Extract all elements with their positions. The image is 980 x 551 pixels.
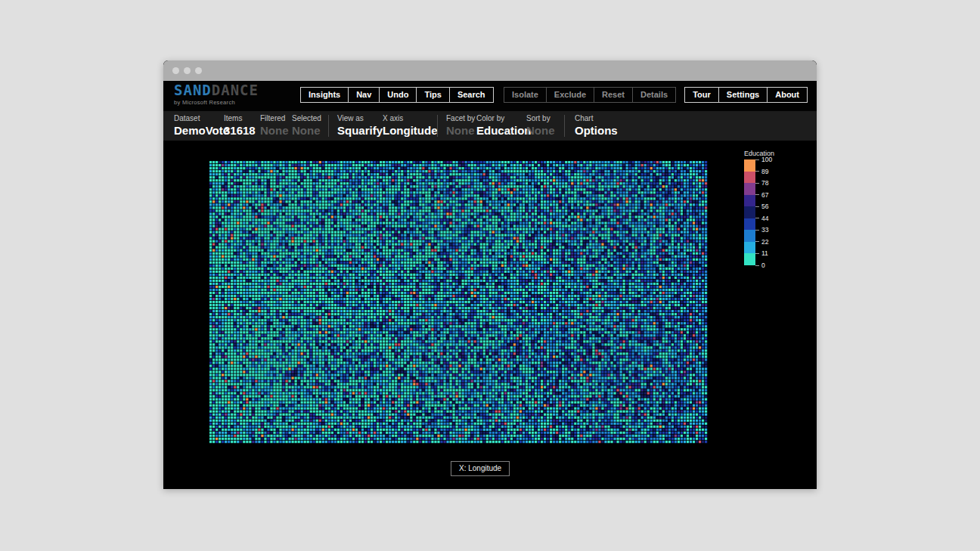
legend-band[interactable] bbox=[744, 242, 755, 254]
legend-tick: 56 bbox=[755, 203, 768, 210]
nav-button[interactable]: Nav bbox=[348, 87, 380, 103]
help-button-group: Tour Settings About bbox=[684, 87, 808, 103]
x-axis-label[interactable]: X: Longitude bbox=[451, 461, 510, 476]
legend-tick: 100 bbox=[755, 156, 772, 163]
tick-mark bbox=[755, 159, 759, 160]
window-control-dot[interactable] bbox=[172, 67, 179, 74]
legend-color-scale[interactable] bbox=[744, 159, 755, 265]
dataset-control[interactable]: Dataset DemoVote bbox=[174, 114, 229, 137]
tick-label: 56 bbox=[761, 203, 768, 210]
legend-tick: 33 bbox=[755, 226, 768, 234]
legend-tick: 89 bbox=[755, 168, 768, 175]
tick-mark bbox=[755, 218, 759, 218]
chart-area: Education 10089786756443322110 X: Longit… bbox=[163, 141, 817, 489]
logo-byline: by Microsoft Research bbox=[174, 100, 259, 106]
tick-label: 67 bbox=[761, 191, 768, 199]
tips-button[interactable]: Tips bbox=[416, 87, 449, 103]
tick-label: 22 bbox=[761, 238, 768, 246]
tick-mark bbox=[755, 230, 759, 231]
tick-label: 0 bbox=[761, 262, 765, 269]
chart-toolbar: Dataset DemoVote Items 31618 Filtered No… bbox=[163, 111, 817, 141]
legend-band[interactable] bbox=[744, 253, 755, 265]
selection-button-group: Isolate Exclude Reset Details bbox=[504, 87, 676, 103]
tick-mark bbox=[755, 241, 759, 242]
legend-band[interactable] bbox=[744, 159, 755, 172]
squarify-chart[interactable] bbox=[209, 161, 708, 444]
details-button[interactable]: Details bbox=[632, 87, 676, 103]
sort-by-control[interactable]: Sort by None bbox=[526, 114, 555, 137]
tick-mark bbox=[755, 183, 759, 184]
logo-dance-text: DANCE bbox=[212, 83, 259, 98]
color-by-control[interactable]: Color by Education bbox=[476, 114, 532, 137]
tour-button[interactable]: Tour bbox=[684, 87, 719, 103]
legend-tick: 22 bbox=[755, 238, 768, 246]
legend-band[interactable] bbox=[744, 195, 755, 207]
legend-tick: 11 bbox=[755, 249, 768, 257]
tick-mark bbox=[755, 206, 759, 207]
isolate-button[interactable]: Isolate bbox=[504, 87, 547, 103]
tick-mark bbox=[755, 171, 759, 172]
legend-band[interactable] bbox=[744, 172, 755, 184]
x-axis-control[interactable]: X axis Longitude bbox=[383, 114, 437, 137]
legend-tick: 44 bbox=[755, 215, 768, 222]
insights-button[interactable]: Insights bbox=[300, 87, 349, 103]
tick-label: 11 bbox=[761, 249, 768, 257]
tick-label: 44 bbox=[761, 215, 768, 222]
legend-tick: 0 bbox=[755, 262, 765, 269]
toolbar-separator bbox=[328, 115, 329, 137]
logo-sand-text: SAND bbox=[174, 83, 212, 98]
window-control-dot[interactable] bbox=[184, 67, 191, 74]
legend-band[interactable] bbox=[744, 206, 755, 218]
exclude-button[interactable]: Exclude bbox=[546, 87, 594, 103]
reset-button[interactable]: Reset bbox=[594, 87, 633, 103]
window-control-dot[interactable] bbox=[195, 67, 202, 74]
about-button[interactable]: About bbox=[767, 87, 808, 103]
nav-button-group: Insights Nav Undo Tips Search bbox=[300, 87, 494, 103]
tick-label: 78 bbox=[761, 179, 768, 187]
tick-label: 100 bbox=[761, 156, 772, 163]
legend-band[interactable] bbox=[744, 183, 755, 195]
toolbar-separator bbox=[437, 115, 438, 137]
selected-control[interactable]: Selected None bbox=[292, 114, 321, 137]
tick-label: 33 bbox=[761, 226, 768, 234]
tick-mark bbox=[755, 253, 759, 254]
chart-options-control[interactable]: Chart Options bbox=[575, 114, 618, 137]
tick-mark bbox=[755, 194, 759, 195]
legend-band[interactable] bbox=[744, 230, 755, 242]
color-legend: Education 10089786756443322110 bbox=[740, 150, 811, 265]
toolbar-separator bbox=[564, 115, 565, 137]
settings-button[interactable]: Settings bbox=[718, 87, 768, 103]
view-as-control[interactable]: View as Squarify bbox=[337, 114, 383, 137]
window-controls bbox=[172, 67, 202, 74]
window-titlebar[interactable] bbox=[163, 60, 817, 81]
legend-title: Education bbox=[744, 150, 811, 157]
legend-tick: 67 bbox=[755, 191, 768, 199]
search-button[interactable]: Search bbox=[449, 87, 494, 103]
filtered-control[interactable]: Filtered None bbox=[260, 114, 289, 137]
app-logo: SANDDANCE by Microsoft Research bbox=[174, 83, 259, 106]
legend-tick: 78 bbox=[755, 179, 768, 187]
legend-band[interactable] bbox=[744, 218, 755, 231]
legend-tick-labels: 10089786756443322110 bbox=[755, 159, 808, 265]
tick-label: 89 bbox=[761, 168, 768, 175]
tick-mark bbox=[755, 265, 759, 266]
items-count: Items 31618 bbox=[224, 114, 256, 137]
undo-button[interactable]: Undo bbox=[379, 87, 417, 103]
facet-by-control[interactable]: Facet by None bbox=[446, 114, 475, 137]
app-window: SANDDANCE by Microsoft Research Insights… bbox=[163, 60, 817, 489]
